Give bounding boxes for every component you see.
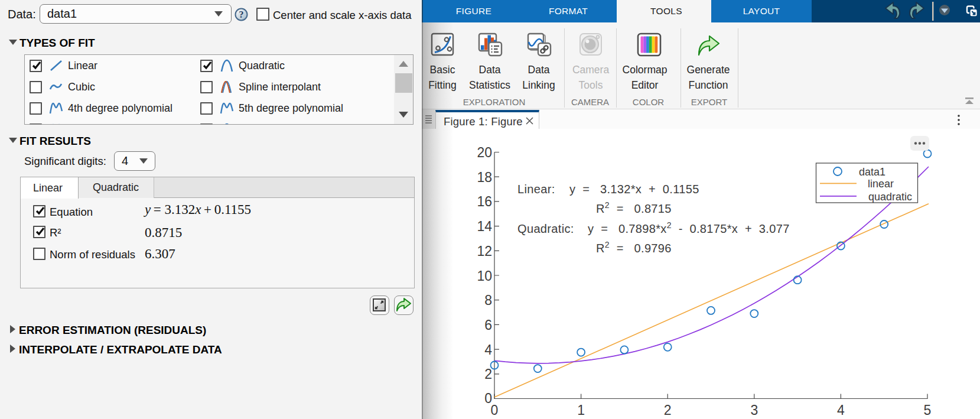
svg-text:2: 2 (664, 402, 672, 418)
svg-text:10: 10 (477, 268, 492, 284)
svg-text:3: 3 (750, 402, 758, 418)
svg-text:R2 = 0.9796: R2 = 0.9796 (596, 240, 672, 255)
svg-text:8: 8 (484, 293, 492, 308)
svg-text:18: 18 (477, 170, 492, 185)
svg-text:1: 1 (577, 402, 585, 418)
svg-text:14: 14 (477, 219, 492, 234)
svg-text:linear: linear (868, 178, 894, 190)
svg-text:data1: data1 (859, 166, 885, 178)
svg-text:4: 4 (837, 402, 845, 418)
svg-text:16: 16 (477, 194, 492, 209)
svg-text:6: 6 (484, 317, 492, 333)
svg-text:5: 5 (924, 402, 932, 418)
svg-text:y = 0.7898*x2 - 0.8175*x: y = 0.7898*x2 - 0.8175*x + 3.077 (588, 220, 790, 235)
svg-text:0: 0 (491, 402, 499, 418)
svg-text:R2 = 0.8715: R2 = 0.8715 (596, 200, 672, 215)
svg-text:2: 2 (484, 366, 492, 382)
svg-text:12: 12 (477, 243, 492, 259)
svg-text:20: 20 (477, 145, 492, 160)
svg-text:quadratic: quadratic (868, 191, 912, 203)
svg-text:y = 3.132*x + 0.1155: y = 3.132*x + 0.1155 (569, 183, 699, 196)
svg-text:Linear:: Linear: (517, 183, 555, 196)
svg-text:?: ? (239, 9, 244, 20)
svg-text:4: 4 (484, 342, 492, 358)
svg-text:Quadratic:: Quadratic: (517, 222, 574, 235)
